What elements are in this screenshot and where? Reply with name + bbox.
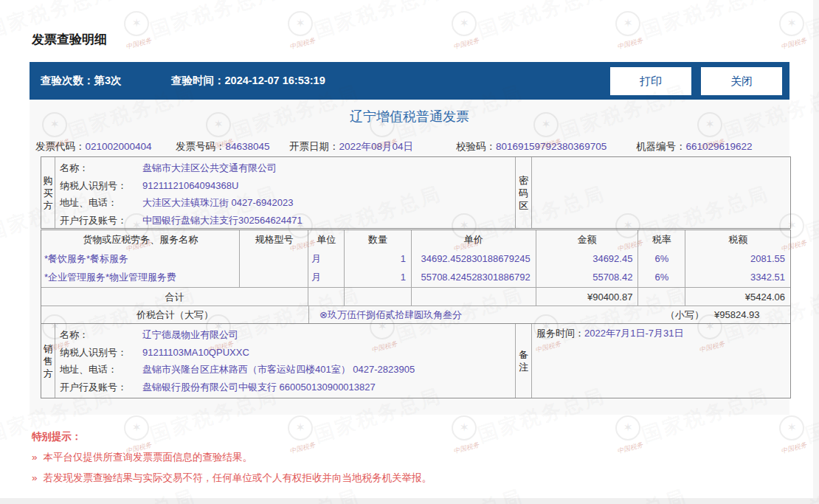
seller-side-label-text: 销售方 [43,342,53,380]
seller-address-label: 地址、电话： [60,361,142,379]
watermark-tile: ✶中国税务国家税务总局 [611,0,775,68]
service-time-label: 服务时间： [536,328,584,339]
seller-bank-label: 开户行及账号： [60,379,142,396]
check-time-value: 2024-12-07 16:53:19 [225,75,325,86]
seller-bank-value: 盘锦银行股份有限公司中银支行 660050130900013827 [142,382,376,393]
toolbar: 查验次数：第3次 查验时间：2024-12-07 16:53:19 打印 关闭 [30,62,789,100]
remark-side-label-text: 备注 [519,348,529,373]
check-count-label: 查验次数： [41,75,94,86]
seller-name-value: 辽宁德晟物业有限公司 [142,329,238,340]
horizontal-scrollbar[interactable] [0,498,819,504]
check-code: 校验码：80169159792380369705 [456,140,607,153]
seller-section: 销售方 名称：辽宁德晟物业有限公司 纳税人识别号：91211103MA10QPU… [41,323,791,398]
watermark-text: 国家税务总局 [147,0,281,44]
total-row: 合计 ¥90400.87 ¥5424.06 [41,287,790,305]
grand-total-value-cell: ⊗玖万伍仟捌佰贰拾肆圆玖角叁分 （小写）¥95824.93 [309,306,790,323]
check-count: 查验次数：第3次 [41,62,122,100]
header-unit: 单位 [308,230,345,249]
china-tax-stamp-watermark: 中国税务 [288,441,317,457]
buyer-address-value: 大洼区大洼镇珠江街 0427-6942023 [142,197,293,208]
watermark-text: 国家税务总局 [474,0,609,44]
tax-emblem-watermark-icon: ✶ [615,11,640,36]
close-button[interactable]: 关闭 [701,67,782,95]
password-area [532,157,790,228]
watermark-text: 国家税务总局 [311,0,445,44]
items-table: 货物或应税劳务、服务名称 规格型号 单位 数量 单价 金额 税率 税额 *餐饮服… [41,229,791,324]
china-tax-stamp-watermark: 中国税务 [452,441,480,457]
china-tax-stamp-watermark: 中国税务 [125,36,153,52]
item-unit: 月 [308,249,345,268]
seller-side-label: 销售方 [41,324,55,398]
watermark-text: 国家税务总局 [638,0,773,44]
invoice-number-value: 84638045 [226,141,270,152]
seller-address-value: 盘锦市兴隆台区庄林路西（市客运站四楼401室） 0427-2823905 [142,364,415,375]
tax-emblem-watermark-icon: ✶ [452,415,477,441]
item-amount: 34692.45 [536,249,639,268]
invoice-date: 开票日期：2022年08月04日 [289,140,413,153]
buyer-section: 购买方 名称：盘锦市大洼区公共交通有限公司 纳税人识别号：91211121064… [41,156,791,229]
grand-total-lowercase-value: ¥95824.93 [714,309,759,320]
print-button[interactable]: 打印 [610,67,691,95]
invoice-number: 发票号码：84638045 [176,140,270,153]
grand-total-uppercase: ⊗玖万伍仟捌佰贰拾肆圆玖角叁分 [319,309,462,320]
item-spec [240,249,308,268]
machine-number: 机器编号：661029619622 [636,140,753,153]
page-title: 发票查验明细 [32,31,107,48]
grand-total-lowercase-label: （小写） [666,309,704,320]
header-qty: 数量 [345,230,412,249]
buyer-address-label: 地址、电话： [60,194,142,212]
item-tax: 2081.55 [685,249,790,268]
header-price: 单价 [412,230,536,249]
item-qty: 1 [345,268,412,286]
buyer-address-row: 地址、电话：大洼区大洼镇珠江街 0427-6942023 [60,194,515,212]
seller-name-label: 名称： [60,326,142,344]
invoice-date-label: 开票日期： [289,141,339,152]
grand-total-lowercase: （小写）¥95824.93 [666,306,759,323]
seller-taxid-value: 91211103MA10QPUXXC [142,347,249,358]
notice-item: »本平台仅提供所查询发票票面信息的查验结果。 [32,451,252,464]
seller-bank-row: 开户行及账号：盘锦银行股份有限公司中银支行 660050130900013827 [60,379,515,396]
watermark-tile: ✶中国税务国家税务总局 [775,0,819,68]
china-tax-stamp-watermark: 中国税务 [616,441,644,457]
tax-emblem-watermark-icon: ✶ [615,415,640,441]
grand-total-label: 价税合计（大写） [41,306,309,323]
grand-total-row: 价税合计（大写） ⊗玖万伍仟捌佰贰拾肆圆玖角叁分 （小写）¥95824.93 [41,305,790,323]
invoice-date-value: 2022年08月04日 [339,141,414,152]
check-count-value: 第3次 [94,75,122,86]
tax-emblem-watermark-icon: ✶ [779,11,804,36]
buyer-name-row: 名称：盘锦市大洼区公共交通有限公司 [60,159,515,177]
machine-number-value: 661029619622 [686,141,753,152]
china-tax-stamp-watermark: 中国税务 [780,441,808,457]
watermark-tile: ✶中国税务国家税务总局 [447,0,611,68]
buyer-side-label-text: 购买方 [43,174,53,212]
tax-emblem-watermark-icon: ✶ [124,415,149,441]
notice-bullet: » [32,452,38,463]
watermark-tile: ✶中国税务国家税务总局 [283,0,447,68]
china-tax-stamp-watermark: 中国税务 [616,36,644,52]
item-price: 55708.424528301886792 [412,268,536,286]
buyer-bank-row: 开户行及账号：中国银行盘锦大洼支行302564624471 [60,212,515,229]
notice-text: 本平台仅提供所查询发票票面信息的查验结果。 [44,452,253,463]
tax-emblem-watermark-icon: ✶ [452,11,477,36]
total-tax: ¥5424.06 [685,288,790,305]
invoice-code: 发票代码：021002000404 [35,140,152,153]
item-amount: 55708.42 [536,268,639,286]
invoice-code-value: 021002000404 [86,141,152,152]
buyer-side-label: 购买方 [41,157,55,228]
special-notice-title: 特别提示： [32,430,82,443]
check-time: 查验时间：2024-12-07 16:53:19 [171,62,325,100]
buyer-taxid-row: 纳税人识别号：91211121064094368U [60,177,515,195]
password-area-label: 密码区 [516,157,532,228]
items-header-row: 货物或应税劳务、服务名称 规格型号 单位 数量 单价 金额 税率 税额 [41,230,790,249]
notice-bullet: » [32,472,38,483]
buyer-name-value: 盘锦市大洼区公共交通有限公司 [142,162,277,173]
check-code-label: 校验码： [456,141,496,152]
header-amount: 金额 [536,230,639,249]
seller-info: 名称：辽宁德晟物业有限公司 纳税人识别号：91211103MA10QPUXXC … [55,324,516,398]
tax-emblem-watermark-icon: ✶ [779,415,804,441]
invoice-number-label: 发票号码： [176,141,226,152]
buyer-name-label: 名称： [60,159,142,177]
vertical-scrollbar[interactable] [813,0,819,498]
seller-taxid-row: 纳税人识别号：91211103MA10QPUXXC [60,344,515,362]
total-empty-cell [308,288,345,305]
